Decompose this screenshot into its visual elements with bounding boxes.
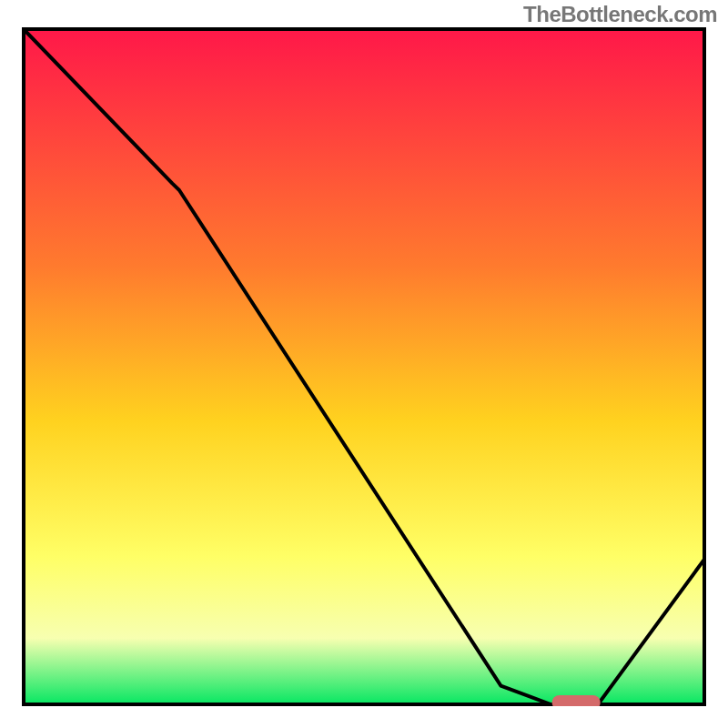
optimal-range-marker [552, 695, 601, 706]
chart-frame: TheBottleneck.com [0, 0, 728, 728]
plot-area [22, 27, 706, 706]
chart-svg [22, 27, 706, 706]
watermark-text: TheBottleneck.com [523, 2, 717, 27]
gradient-background [22, 27, 706, 706]
